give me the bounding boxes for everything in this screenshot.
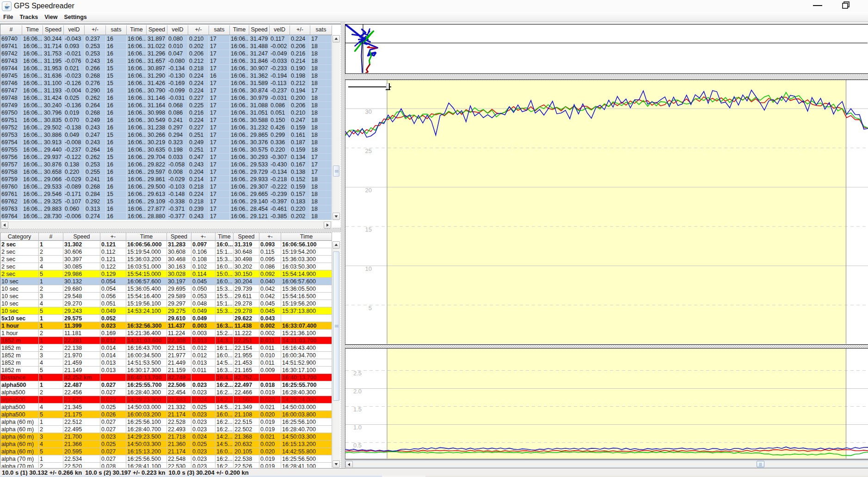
minimize-button[interactable] [808, 0, 827, 12]
column-header-time[interactable]: Time [230, 25, 249, 35]
best-results-table-header[interactable]: Category#Speed+-TimeSpeed+-TimeSpeed+-Ti… [0, 232, 332, 241]
main-vertical-splitter[interactable] [341, 22, 345, 468]
table-row[interactable]: 6974116:06...31.7140.0930.2531616:06...3… [0, 43, 332, 50]
column-header-time[interactable]: Time [127, 25, 147, 35]
top-table-scroll-down-button[interactable] [332, 213, 340, 220]
column-header-[interactable]: # [39, 233, 63, 241]
table-row[interactable]: 6974016:06...30.244-0.0430.2371616:06...… [0, 35, 332, 43]
column-header-speed[interactable]: Speed [63, 233, 100, 241]
column-header-[interactable]: +/- [188, 25, 209, 35]
table-row[interactable]: 6974916:06...30.240-0.1360.2641616:06...… [0, 102, 332, 109]
column-header-sats[interactable]: sats [209, 25, 230, 35]
bottom-table-vscroll-thumb[interactable] [333, 251, 339, 401]
table-row[interactable]: 2 sec529.9860.12915:54:15.00030.0280.114… [0, 270, 332, 278]
charts-hscrollbar[interactable] [345, 460, 868, 468]
table-row[interactable]: 1 hour211.1810.16915:21:36.40011.2240.00… [0, 330, 332, 337]
table-row[interactable]: 10 sec529.2430.04914:53:24.10029.2750.04… [0, 307, 332, 315]
column-header-sats[interactable]: sats [310, 25, 332, 35]
bottom-table-scroll-down-button[interactable] [332, 460, 340, 468]
column-header-time[interactable]: Time [281, 233, 332, 241]
menu-view[interactable]: View [41, 12, 61, 22]
table-row[interactable]: alpha500521.1750.02616:00:03.20021.1740.… [0, 411, 332, 418]
table-row[interactable]: 1852 m222.1380.01416:16:43.70022.1510.01… [0, 344, 332, 352]
table-row[interactable]: Distance142.252 km16:40:13.70042.749 ...… [0, 374, 332, 381]
column-header-veld[interactable]: velD [64, 25, 85, 35]
top-table-vscrollbar[interactable] [332, 35, 340, 220]
menu-tracks[interactable]: Tracks [17, 12, 42, 22]
table-row[interactable]: alpha (70 m)222.5200.02816:28:41.10022.5… [0, 463, 332, 468]
table-row[interactable]: 6974416:06...31.9530.0210.2661516:06...3… [0, 65, 332, 72]
column-header-sats[interactable]: sats [106, 25, 127, 35]
column-header-[interactable]: +- [100, 233, 126, 241]
best-results-table-body[interactable]: 2 sec131.3020.12116:06:56.00031.2830.097… [0, 241, 332, 468]
restore-button[interactable] [832, 0, 854, 12]
column-header-[interactable]: # [0, 25, 22, 35]
table-row[interactable]: 6974316:06...31.195-0.0760.2431616:06...… [0, 57, 332, 65]
charts-hscroll-thumb[interactable] [757, 461, 764, 467]
column-header-[interactable]: +/- [85, 25, 106, 35]
table-row[interactable]: alpha500122.4870.02716:25:55.70022.5060.… [0, 381, 332, 389]
left-horizontal-splitter[interactable] [0, 229, 341, 232]
table-row[interactable]: alpha500421.3450.02514:50:03.00021.3320.… [0, 404, 332, 411]
menu-file[interactable]: File [0, 12, 17, 22]
top-table-vscroll-thumb[interactable] [333, 165, 339, 177]
table-row[interactable]: 2 sec330.3970.12115:36:03.20030.4680.108… [0, 256, 332, 263]
column-header-[interactable]: +/- [290, 25, 310, 35]
table-row[interactable]: 10 sec229.6800.05415:36:05.40029.6950.05… [0, 285, 332, 293]
table-row[interactable]: 6974816:06...31.4240.0250.2621616:06...3… [0, 94, 332, 102]
table-row[interactable]: 10 sec130.1320.05416:06:57.60030.1970.04… [0, 278, 332, 285]
column-header-speed[interactable]: Speed [167, 233, 191, 241]
table-row[interactable]: 6975616:06...29.937-0.1220.2621516:06...… [0, 153, 332, 161]
table-row[interactable]: 1852 m421.4590.01314:51:53.50021.4490.01… [0, 359, 332, 367]
uncertainty-chart[interactable]: 0.51.01.52.02.5 [345, 348, 868, 459]
table-row[interactable]: 1852 m521.1490.01316:30:17.30021.1590.01… [0, 367, 332, 374]
table-row[interactable]: 1852 m321.9700.01416:00:34.50021.9770.01… [0, 352, 332, 359]
table-row[interactable]: 6975016:06...30.7960.0190.2681616:06...3… [0, 109, 332, 116]
top-table-scroll-right-button[interactable] [324, 221, 331, 229]
table-row[interactable]: 2 sec230.6060.11215:19:54.00030.6080.106… [0, 248, 332, 256]
table-row[interactable]: alpha500321.6730.02314:29:23.90021.6830.… [0, 396, 332, 404]
table-row[interactable]: alpha (70 m)122.5340.02716:25:56.50022.5… [0, 455, 332, 463]
column-header-speed[interactable]: Speed [147, 25, 167, 35]
table-row[interactable]: 6975816:06...30.6580.2200.2551616:06...2… [0, 168, 332, 176]
speed-chart[interactable]: 51015202530 [345, 80, 868, 345]
column-header-speed[interactable]: Speed [234, 233, 259, 241]
table-row[interactable]: 2 sec430.0850.12216:03:51.00030.1630.102… [0, 263, 332, 270]
table-row[interactable]: 10 sec329.5480.05615:54:16.40029.5890.05… [0, 293, 332, 300]
gps-track-map[interactable] [345, 24, 868, 74]
table-row[interactable]: alpha (60 m)321.7000.02314:29:23.50021.7… [0, 433, 332, 440]
table-row[interactable]: 6976216:06...29.325-0.1070.2921516:06...… [0, 198, 332, 205]
column-header-category[interactable]: Category [0, 233, 39, 241]
table-row[interactable]: alpha (60 m)222.4950.02716:28:40.70022.4… [0, 426, 332, 433]
table-row[interactable]: 6974716:06...31.193-0.0040.2901616:06...… [0, 87, 332, 94]
column-header-time[interactable]: Time [22, 25, 43, 35]
column-header-[interactable]: +- [191, 233, 215, 241]
top-table-hscrollbar[interactable] [1, 221, 332, 229]
table-row[interactable]: alpha (60 m)421.3660.02514:50:03.30021.3… [0, 440, 332, 448]
map-chart-splitter[interactable] [345, 75, 868, 80]
table-row[interactable]: 1 hour111.3990.02316:32:56.30011.4370.00… [0, 322, 332, 330]
table-row[interactable]: 2 sec131.3020.12116:06:56.00031.2830.097… [0, 241, 332, 248]
table-row[interactable]: 6976416:06...28.730-0.0060.2741616:06...… [0, 213, 332, 220]
table-row[interactable]: 6975716:06...30.8760.1380.2531616:06...2… [0, 161, 332, 168]
column-header-speed[interactable]: Speed [249, 25, 270, 35]
table-row[interactable]: 6974216:06...31.753-0.0210.2531616:06...… [0, 50, 332, 57]
menu-settings[interactable]: Settings [61, 12, 90, 22]
table-row[interactable]: alpha500222.4560.02716:28:40.30022.4540.… [0, 389, 332, 396]
table-row[interactable]: alpha (60 m)122.5120.02716:25:56.10022.5… [0, 418, 332, 426]
column-header-veld[interactable]: velD [270, 25, 290, 35]
table-row[interactable]: 6974616:06...31.100-0.1260.2761516:06...… [0, 80, 332, 87]
table-row[interactable]: 6975916:06...29.066-0.0290.2411616:06...… [0, 176, 332, 183]
table-row[interactable]: alpha (60 m)520.5950.02716:15:13.20021.1… [0, 448, 332, 455]
column-header-speed[interactable]: Speed [43, 25, 64, 35]
column-header-time[interactable]: Time [126, 233, 167, 241]
table-row[interactable]: 1852 m122.2810.01214:31:03.60022.3080.01… [0, 337, 332, 344]
table-row[interactable]: 6974516:06...31.636-0.0230.2681516:06...… [0, 72, 332, 80]
column-header-[interactable]: +- [259, 233, 281, 241]
table-row[interactable]: 6976316:06...29.8830.0600.3131616:06...2… [0, 205, 332, 213]
track-points-table-body[interactable]: 6974016:06...30.244-0.0430.2371616:06...… [0, 35, 332, 220]
table-row[interactable]: 5x10 sec129.5750.05229.6100.04929.6220.0… [0, 315, 332, 322]
table-row[interactable]: 6975416:06...30.913-0.0080.2431616:06...… [0, 139, 332, 146]
table-row[interactable]: 6975116:06...30.8350.0700.2491616:06...3… [0, 116, 332, 124]
bottom-table-scroll-up-button[interactable] [332, 241, 340, 249]
